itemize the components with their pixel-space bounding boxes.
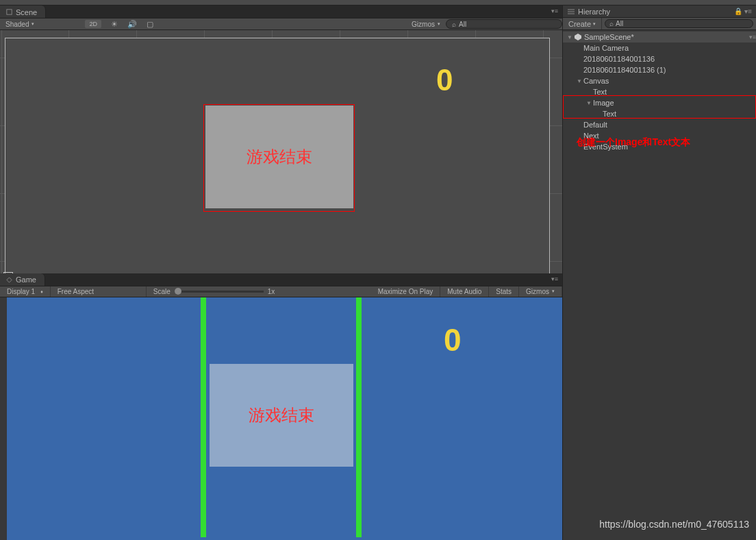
scene-tab-bar: Scene ▾≡ bbox=[0, 5, 562, 18]
main-layout: Scene ▾≡ Shaded ▾ 2D ☀ 🔊 ▢ Gizmos ▾ ⌕ Al… bbox=[0, 5, 756, 540]
stats-button[interactable]: Stats bbox=[489, 286, 519, 297]
game-tab-label: Game bbox=[16, 275, 36, 284]
create-button[interactable]: Create ▾ bbox=[563, 18, 602, 29]
green-bar-1 bbox=[201, 297, 206, 537]
game-letterbox-left bbox=[0, 297, 7, 541]
top-toolbar bbox=[0, 0, 756, 5]
hierarchy-tree: SampleScene* ▾≡ Main Camera 201806011840… bbox=[563, 30, 756, 154]
scene-tab[interactable]: Scene bbox=[0, 5, 46, 18]
hierarchy-header: Hierarchy 🔒 ▾≡ bbox=[563, 5, 756, 18]
shading-dropdown[interactable]: Shaded ▾ bbox=[0, 21, 40, 28]
hierarchy-panel: Hierarchy 🔒 ▾≡ Create ▾ ⌕ All SampleScen… bbox=[562, 5, 756, 540]
game-view[interactable]: 0 游戏结束 bbox=[0, 297, 562, 541]
scene-image-panel: 游戏结束 bbox=[205, 106, 353, 208]
audio-icon[interactable]: 🔊 bbox=[127, 19, 137, 29]
game-image-panel: 游戏结束 bbox=[210, 364, 353, 467]
expand-arrow-icon[interactable] bbox=[567, 34, 574, 40]
left-panel: Scene ▾≡ Shaded ▾ 2D ☀ 🔊 ▢ Gizmos ▾ ⌕ Al… bbox=[0, 5, 562, 540]
watermark: https://blog.csdn.net/m0_47605113 bbox=[599, 519, 749, 530]
scene-menu-icon[interactable]: ▾≡ bbox=[749, 34, 756, 40]
unity-logo-icon bbox=[574, 33, 582, 41]
tree-row[interactable]: Default bbox=[563, 119, 756, 130]
game-tab-bar: Game ▾≡ bbox=[0, 273, 562, 286]
tree-row[interactable]: 20180601184001136 (1) bbox=[563, 64, 756, 75]
aspect-dropdown[interactable]: Free Aspect bbox=[51, 286, 147, 297]
hierarchy-search[interactable]: ⌕ All bbox=[605, 19, 753, 28]
gizmos-dropdown[interactable]: Gizmos ▾ bbox=[406, 21, 446, 28]
scene-row[interactable]: SampleScene* ▾≡ bbox=[563, 32, 756, 42]
lock-icon[interactable]: 🔒 ▾≡ bbox=[734, 8, 752, 15]
2d-button[interactable]: 2D bbox=[85, 20, 101, 28]
annotation-highlight bbox=[563, 95, 756, 119]
annotation-text: 创建一个Image和Text文本 bbox=[577, 136, 690, 149]
slider-thumb[interactable] bbox=[175, 288, 181, 295]
svg-rect-0 bbox=[7, 10, 12, 14]
search-icon: ⌕ bbox=[609, 20, 614, 27]
game-popup-icon[interactable]: ▾≡ bbox=[551, 273, 562, 286]
hierarchy-icon bbox=[567, 8, 575, 16]
scene-name-label: SampleScene* bbox=[584, 33, 634, 41]
mute-audio[interactable]: Mute Audio bbox=[440, 286, 489, 297]
scale-slider[interactable] bbox=[175, 291, 264, 293]
tree-row[interactable]: 20180601184001136 bbox=[563, 53, 756, 64]
scene-view[interactable]: 0 游戏结束 bbox=[0, 30, 562, 273]
scene-popup-icon[interactable]: ▾≡ bbox=[551, 5, 562, 18]
camera-gizmo bbox=[3, 272, 13, 273]
game-gizmos[interactable]: Gizmos▾ bbox=[519, 286, 562, 297]
hierarchy-toolbar: Create ▾ ⌕ All bbox=[563, 18, 756, 30]
scene-score-text: 0 bbox=[436, 63, 453, 97]
scale-control[interactable]: Scale 1x bbox=[147, 286, 282, 297]
scene-icon bbox=[5, 8, 13, 16]
game-over-text: 游戏结束 bbox=[249, 404, 314, 426]
tree-row[interactable]: Canvas bbox=[563, 75, 756, 86]
light-icon[interactable]: ☀ bbox=[110, 19, 119, 29]
game-score-text: 0 bbox=[444, 321, 462, 358]
maximize-on-play[interactable]: Maximize On Play bbox=[371, 286, 441, 297]
game-toolbar: Display 1♦ Free Aspect Scale 1x Maximize… bbox=[0, 286, 562, 297]
tree-row[interactable]: Main Camera bbox=[563, 42, 756, 53]
scene-game-over-text: 游戏结束 bbox=[247, 146, 312, 168]
green-bar-2 bbox=[356, 297, 362, 537]
hierarchy-title: Hierarchy bbox=[578, 8, 610, 16]
expand-arrow-icon[interactable] bbox=[577, 78, 583, 84]
search-icon: ⌕ bbox=[452, 21, 456, 28]
scene-toolbar: Shaded ▾ 2D ☀ 🔊 ▢ Gizmos ▾ ⌕ All bbox=[0, 18, 562, 30]
display-dropdown[interactable]: Display 1♦ bbox=[0, 286, 51, 297]
effects-icon[interactable]: ▢ bbox=[145, 19, 155, 29]
game-tab[interactable]: Game bbox=[0, 273, 45, 286]
scene-search[interactable]: ⌕ All bbox=[446, 19, 562, 29]
scene-tab-label: Scene bbox=[16, 8, 37, 16]
game-icon bbox=[5, 276, 13, 284]
